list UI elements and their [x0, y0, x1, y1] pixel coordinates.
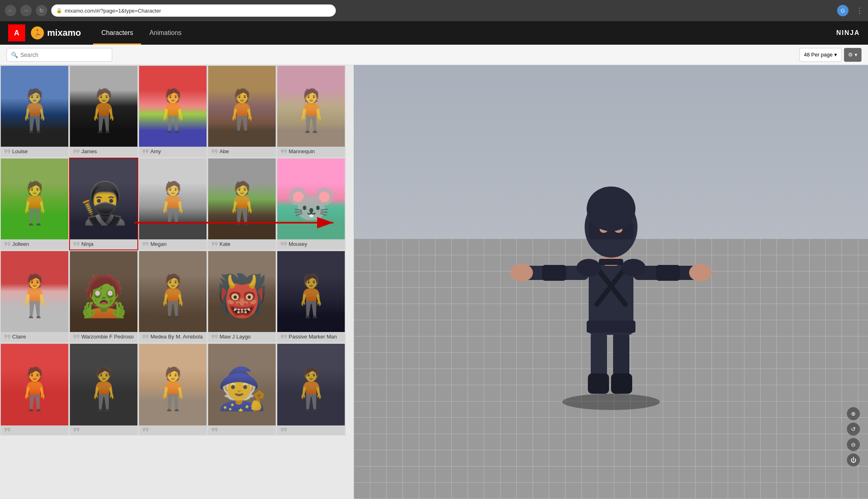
character-card-maw[interactable]: 👹 ⚲⚲ Maw J Laygo	[207, 250, 276, 343]
power-button[interactable]: ⏻	[847, 453, 860, 466]
lock-icon: 🔒	[56, 8, 62, 13]
per-page-select: 48 Per page ▾ ⚙ ▾	[799, 48, 861, 62]
character-footer-louise: ⚲⚲ Louise	[1, 147, 68, 157]
browser-chrome: ← → ↻ 🔒 mixamo.com/#/?page=1&type=Charac…	[0, 0, 868, 21]
character-card-bottom5[interactable]: 🧍 ⚲⚲	[276, 343, 346, 436]
character-card-medea[interactable]: 🧍 ⚲⚲ Medea By M. Arrebola	[138, 250, 207, 343]
character-footer-bottom2: ⚲⚲	[70, 425, 137, 435]
character-card-mannequin[interactable]: 🧍 ⚲⚲ Mannequin	[276, 65, 346, 158]
settings-button[interactable]: ⚙ ▾	[844, 48, 861, 62]
tab-characters-label: Characters	[101, 29, 133, 37]
character-row-2: 🧍 ⚲⚲ Jolleen 🥷 ⚲⚲ Ninja 🧍	[0, 158, 354, 250]
char-name-ninja: Ninja	[81, 241, 94, 247]
svg-point-16	[621, 259, 646, 277]
char-type-icon-warzombie: ⚲⚲	[73, 334, 80, 339]
character-card-ninja[interactable]: 🥷 ⚲⚲ Ninja	[69, 158, 138, 250]
character-img-maw: 👹	[208, 251, 276, 332]
character-img-mannequin: 🧍	[277, 66, 345, 147]
character-img-amy: 🧍	[139, 66, 207, 147]
reset-icon: ↺	[851, 426, 856, 432]
character-card-kate[interactable]: 🧍 ⚲⚲ Kate	[207, 158, 276, 250]
char-name-jolleen: Jolleen	[12, 241, 29, 247]
reset-view-button[interactable]: ↺	[847, 423, 860, 436]
refresh-button[interactable]: ↻	[36, 5, 47, 16]
character-footer-ninja: ⚲⚲ Ninja	[70, 239, 137, 250]
tab-characters[interactable]: Characters	[93, 21, 141, 45]
character-img-james: 🧍	[70, 66, 137, 147]
character-img-jolleen: 🧍	[1, 158, 68, 239]
character-footer-abe: ⚲⚲ Abe	[208, 147, 276, 157]
character-row-3: 🧍 ⚲⚲ Claire 🧟 ⚲⚲ Warzombie F Pedroso �	[0, 250, 354, 343]
char-type-icon-bottom3: ⚲⚲	[142, 427, 149, 432]
character-card-bottom4[interactable]: 🧙 ⚲⚲	[207, 343, 276, 436]
chevron-down-icon: ▾	[834, 52, 837, 58]
svg-rect-17	[542, 265, 566, 281]
svg-rect-18	[656, 265, 680, 281]
character-img-ninja: 🥷	[70, 158, 137, 239]
char-type-icon-louise: ⚲⚲	[4, 149, 11, 154]
character-img-louise: 🧍	[1, 66, 68, 147]
char-name-kate: Kate	[220, 241, 231, 247]
character-card-abe[interactable]: 🧍 ⚲⚲ Abe	[207, 65, 276, 158]
character-card-bottom1[interactable]: 🧍 ⚲⚲	[0, 343, 69, 436]
profile-avatar[interactable]: G	[837, 5, 848, 16]
back-button[interactable]: ←	[5, 5, 16, 16]
ninja-3d-model	[509, 144, 713, 420]
search-box[interactable]: 🔍	[7, 48, 112, 62]
char-name-passive: Passive Marker Man	[289, 334, 337, 340]
character-footer-bottom4: ⚲⚲	[208, 425, 276, 435]
character-grid-container[interactable]: 🧍 ⚲⚲ Louise 🧍 ⚲⚲ James 🧍	[0, 65, 354, 499]
character-card-bottom2[interactable]: 🧍 ⚲⚲	[69, 343, 138, 436]
url-text: mixamo.com/#/?page=1&type=Character	[65, 8, 161, 14]
character-row-4: 🧍 ⚲⚲ 🧍 ⚲⚲ 🧍	[0, 343, 354, 436]
character-card-passive[interactable]: 🧍 ⚲⚲ Passive Marker Man	[276, 250, 346, 343]
tab-animations[interactable]: Animations	[141, 21, 189, 45]
gear-icon: ⚙	[848, 52, 853, 58]
address-bar[interactable]: 🔒 mixamo.com/#/?page=1&type=Character	[51, 4, 336, 17]
char-type-icon-abe: ⚲⚲	[211, 149, 218, 154]
svg-rect-25	[599, 259, 623, 265]
char-name-james: James	[81, 148, 97, 154]
zoom-in-button[interactable]: ⊕	[847, 407, 860, 420]
char-type-icon-james: ⚲⚲	[73, 149, 80, 154]
svg-point-12	[510, 264, 533, 282]
character-card-james[interactable]: 🧍 ⚲⚲ James	[69, 65, 138, 158]
char-type-icon-medea: ⚲⚲	[142, 334, 149, 339]
character-card-bottom3[interactable]: 🧍 ⚲⚲	[138, 343, 207, 436]
character-footer-amy: ⚲⚲ Amy	[139, 147, 207, 157]
character-card-warzombie[interactable]: 🧟 ⚲⚲ Warzombie F Pedroso	[69, 250, 138, 343]
mixamo-icon-char: 🏃	[33, 29, 41, 37]
character-card-claire[interactable]: 🧍 ⚲⚲ Claire	[0, 250, 69, 343]
per-page-button[interactable]: 48 Per page ▾	[799, 48, 842, 62]
viewport[interactable]: ⊕ ↺ ⊖ ⏻	[354, 65, 868, 499]
character-img-passive: 🧍	[277, 251, 345, 332]
character-footer-james: ⚲⚲ James	[70, 147, 137, 157]
ninja-character	[509, 144, 713, 420]
character-footer-bottom1: ⚲⚲	[1, 425, 68, 435]
character-img-kate: 🧍	[208, 158, 276, 239]
character-card-louise[interactable]: 🧍 ⚲⚲ Louise	[0, 65, 69, 158]
character-card-megan[interactable]: 🧍 ⚲⚲ Megan	[138, 158, 207, 250]
character-footer-megan: ⚲⚲ Megan	[139, 239, 207, 250]
forward-button[interactable]: →	[20, 5, 32, 16]
character-card-amy[interactable]: 🧍 ⚲⚲ Amy	[138, 65, 207, 158]
svg-rect-6	[611, 373, 632, 394]
character-footer-jolleen: ⚲⚲ Jolleen	[1, 239, 68, 250]
character-footer-claire: ⚲⚲ Claire	[1, 332, 68, 342]
char-type-icon-amy: ⚲⚲	[142, 149, 149, 154]
character-footer-mannequin: ⚲⚲ Mannequin	[277, 147, 345, 157]
header-right: NINJA	[836, 29, 860, 37]
svg-point-15	[576, 259, 601, 277]
character-img-bottom4: 🧙	[208, 344, 276, 425]
character-card-jolleen[interactable]: 🧍 ⚲⚲ Jolleen	[0, 158, 69, 250]
search-input[interactable]	[20, 52, 108, 58]
zoom-out-button[interactable]: ⊖	[847, 438, 860, 451]
ninja-svg	[509, 150, 713, 414]
adobe-label: A	[14, 29, 20, 37]
character-footer-mousey: ⚲⚲ Mousey	[277, 239, 345, 250]
character-card-mousey[interactable]: 🐭 ⚲⚲ Mousey	[276, 158, 346, 250]
browser-menu-icon[interactable]: ⋮	[856, 6, 863, 15]
character-img-abe: 🧍	[208, 66, 276, 147]
char-type-icon-jolleen: ⚲⚲	[4, 241, 11, 247]
char-name-amy: Amy	[150, 148, 161, 154]
